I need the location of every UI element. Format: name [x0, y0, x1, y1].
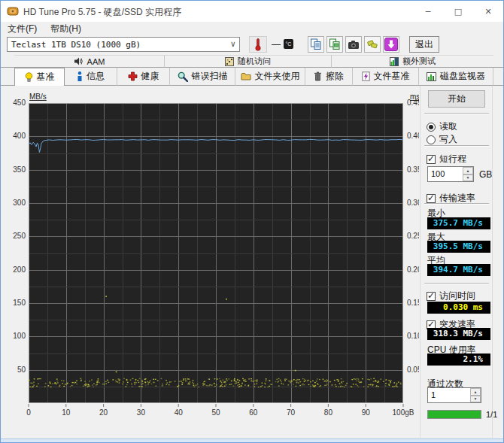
svg-text:0.15: 0.15 — [407, 299, 419, 307]
tab-folder-usage-label: 文件夹使用 — [255, 70, 300, 83]
file-benchmark-bolt-icon — [362, 71, 370, 81]
window-title: HD Tune Pro 5.75 - 硬盘/SSD 实用程序 — [23, 6, 181, 19]
svg-text:150: 150 — [13, 299, 26, 307]
svg-text:MB/s: MB/s — [29, 93, 47, 101]
access-time-checkbox[interactable]: ✓ 访问时间 — [427, 290, 475, 302]
separator — [424, 203, 489, 205]
thermometer-icon — [254, 38, 262, 51]
tab-folder-usage[interactable]: 文件夹使用 — [235, 68, 305, 86]
progress-label: 1/1 — [486, 410, 497, 419]
drive-selector-value: Teclast 1TB DS10 (1000 gB) — [11, 40, 141, 50]
svg-text:0.40: 0.40 — [407, 132, 419, 140]
pass-count-stepper[interactable]: 1 ▲ ▼ — [427, 387, 481, 403]
svg-text:450: 450 — [13, 99, 26, 107]
tab-random-access[interactable]: 随机访问 — [165, 55, 332, 68]
capacity-unit-label: GB — [479, 169, 492, 180]
camera-icon — [348, 40, 360, 50]
temperature-unit-icon: °C — [284, 39, 293, 49]
svg-text:30: 30 — [137, 408, 146, 417]
pass-up-button[interactable]: ▲ — [470, 388, 481, 396]
copy-text-button[interactable] — [308, 36, 324, 53]
tab-aam[interactable]: AAM — [14, 55, 165, 68]
separator — [424, 283, 489, 284]
svg-text:70: 70 — [287, 408, 296, 417]
error-scan-magnifier-icon — [178, 71, 188, 82]
svg-text:0.10: 0.10 — [407, 332, 419, 340]
check-icon: ✓ — [427, 153, 435, 164]
temperature-indicator — [249, 36, 267, 53]
svg-text:100gB: 100gB — [393, 408, 414, 417]
folder-icon — [241, 72, 251, 80]
tab-error-scan[interactable]: 错误扫描 — [170, 68, 235, 86]
hd-tune-window: HD Tune Pro 5.75 - 硬盘/SSD 实用程序 ─ □ ✕ 文件(… — [0, 0, 504, 443]
extra-tests-icon — [390, 57, 399, 66]
copy-image-button[interactable] — [326, 36, 343, 53]
check-icon: ✓ — [427, 290, 435, 301]
menu-file[interactable]: 文件(F) — [1, 22, 44, 34]
title-bar: HD Tune Pro 5.75 - 硬盘/SSD 实用程序 ─ □ ✕ — [1, 1, 503, 22]
svg-text:20: 20 — [99, 408, 108, 417]
maximize-button[interactable]: □ — [443, 1, 473, 22]
separator — [424, 145, 489, 147]
random-access-icon — [225, 57, 234, 66]
save-image-icon — [366, 39, 378, 50]
svg-text:10: 10 — [62, 408, 71, 417]
tab-health[interactable]: 健康 — [117, 68, 170, 86]
menu-help[interactable]: 帮助(H) — [44, 22, 88, 34]
temperature-value: — — [272, 39, 281, 50]
speaker-icon — [74, 57, 83, 65]
svg-text:ms: ms — [410, 93, 419, 101]
read-radio-label: 读取 — [439, 120, 457, 133]
download-update-button[interactable] — [383, 36, 399, 53]
svg-text:350: 350 — [13, 165, 26, 174]
min-value-display: 375.7 MB/s — [427, 217, 490, 229]
svg-text:50: 50 — [17, 366, 26, 374]
download-icon — [384, 38, 398, 51]
tab-disk-monitor[interactable]: 磁盘监视器 — [419, 68, 493, 86]
save-image-button[interactable] — [364, 36, 381, 53]
burst-rate-display: 318.3 MB/s — [427, 328, 490, 340]
pass-down-button[interactable]: ▼ — [470, 396, 481, 403]
max-value-display: 395.5 MB/s — [427, 241, 490, 253]
svg-text:0.20: 0.20 — [407, 265, 419, 274]
short-stroke-capacity-stepper[interactable]: 100 ▲ ▼ — [427, 166, 474, 182]
disk-monitor-bars-icon — [427, 72, 436, 81]
svg-text:0: 0 — [26, 408, 31, 417]
benchmark-panel: 开始 读取 写入 ✓ 短行程 100 ▲ ▼ GB — [420, 86, 493, 438]
capacity-up-button[interactable]: ▲ — [463, 167, 473, 174]
tab-benchmark[interactable]: 基准 — [14, 68, 65, 86]
check-icon: ✓ — [427, 193, 435, 203]
svg-text:200: 200 — [13, 265, 26, 274]
tab-file-benchmark-label: 文件基准 — [374, 70, 410, 83]
screenshot-button[interactable] — [345, 36, 362, 53]
tab-info[interactable]: 信息 — [65, 68, 117, 86]
tab-extra-tests[interactable]: 额外测试 — [332, 55, 493, 68]
drive-selector[interactable]: Teclast 1TB DS10 (1000 gB) ∨ — [7, 37, 240, 52]
start-button[interactable]: 开始 — [428, 90, 485, 108]
tab-file-benchmark[interactable]: 文件基准 — [353, 68, 419, 86]
erase-trash-icon — [314, 71, 322, 81]
tab-erase[interactable]: 擦除 — [305, 68, 353, 86]
toolbar: Teclast 1TB DS10 (1000 gB) ∨ — °C — [1, 34, 503, 55]
svg-text:40: 40 — [175, 408, 184, 417]
tab-extra-tests-label: 额外测试 — [402, 56, 436, 67]
tab-info-label: 信息 — [87, 70, 105, 83]
svg-text:100: 100 — [13, 332, 26, 340]
svg-text:300: 300 — [13, 199, 26, 207]
capacity-down-button[interactable]: ▼ — [463, 174, 473, 182]
tab-disk-monitor-label: 磁盘监视器 — [440, 70, 485, 83]
short-stroke-checkbox[interactable]: ✓ 短行程 — [427, 153, 466, 165]
cpu-usage-display: 2.1% — [427, 353, 490, 366]
close-button[interactable]: ✕ — [473, 1, 503, 22]
svg-text:400: 400 — [13, 132, 26, 140]
minimize-button[interactable]: ─ — [413, 1, 443, 22]
write-radio[interactable]: 写入 — [427, 133, 457, 146]
info-icon — [77, 71, 83, 81]
read-radio[interactable]: 读取 — [427, 120, 457, 133]
access-time-display: 0.030 ms — [427, 302, 490, 314]
separator — [424, 113, 489, 114]
svg-text:80: 80 — [324, 408, 333, 417]
exit-button[interactable]: 退出 — [409, 36, 439, 53]
tab-benchmark-label: 基准 — [37, 71, 55, 83]
svg-text:0.30: 0.30 — [407, 199, 419, 207]
